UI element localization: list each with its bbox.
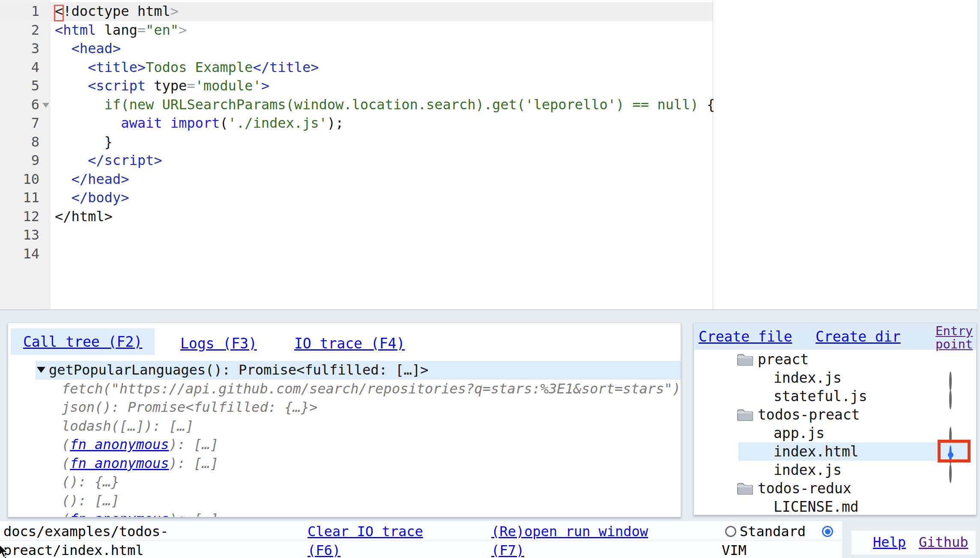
file-row-folder[interactable]: preact xyxy=(694,350,976,369)
code-line: <head> xyxy=(55,39,715,58)
line-number: 1 xyxy=(0,2,39,21)
line-numbers: 1 2 3 4 5 6 7 8 9 10 11 12 13 14 xyxy=(0,2,39,263)
line-number: 6 xyxy=(0,96,39,114)
close-head-tag: </head> xyxy=(72,171,129,187)
line-number: 3 xyxy=(0,39,39,58)
folder-icon xyxy=(737,408,753,421)
current-file-path-line2: preact/index.html xyxy=(3,541,144,558)
code-line: if(new URLSearchParams(window.location.s… xyxy=(55,96,715,114)
reopen-run-window-button[interactable]: (Re)open run window xyxy=(491,522,648,541)
entry-point-link[interactable]: Entry point xyxy=(935,324,973,351)
call-tree-rows: getPopularLanguages(): Promise<fulfilled… xyxy=(8,361,681,517)
folder-icon xyxy=(737,353,753,366)
text-cursor: < xyxy=(55,3,63,19)
leporello-app: 1 2 3 4 5 6 7 8 9 10 11 12 13 14 <!docty… xyxy=(0,0,980,558)
keybinding-standard-radio[interactable] xyxy=(725,526,736,537)
line-number: 12 xyxy=(0,207,39,226)
code-line: <html lang="en"> xyxy=(55,21,715,40)
collapse-arrow-icon[interactable] xyxy=(37,367,45,373)
file-row-folder[interactable]: todos-redux xyxy=(694,479,976,498)
line-number: 7 xyxy=(0,114,39,133)
code-line: </html> xyxy=(55,207,715,226)
line-number: 11 xyxy=(0,189,39,207)
call-tree-row[interactable]: (): {…} xyxy=(8,473,681,492)
create-dir-button[interactable]: Create dir xyxy=(816,328,901,345)
keybinding-vim-label: VIM xyxy=(722,541,747,558)
line-number: 2 xyxy=(0,21,39,40)
call-tree-row[interactable]: (fn anonymous): […] xyxy=(8,454,681,473)
code-line: </head> xyxy=(55,170,715,189)
call-tree-row[interactable]: (): […] xyxy=(8,492,681,510)
current-file-path-line1: docs/examples/todos- xyxy=(3,522,168,541)
tab-io-trace[interactable]: IO trace (F4) xyxy=(294,335,405,352)
code-line: <title>Todos Example</title> xyxy=(55,58,715,77)
file-row[interactable]: index.js xyxy=(694,369,976,387)
mouse-cursor xyxy=(0,543,9,558)
code-line: } xyxy=(55,133,715,152)
fn-anonymous-link[interactable]: fn anonymous xyxy=(70,511,169,517)
line-number: 10 xyxy=(0,170,39,189)
code-editor[interactable]: 1 2 3 4 5 6 7 8 9 10 11 12 13 14 <!docty… xyxy=(0,0,978,310)
file-tree: preact index.js stateful.js todos-preact… xyxy=(694,350,976,515)
tab-call-tree[interactable]: Call tree (F2) xyxy=(11,328,155,355)
folder-icon xyxy=(737,482,753,495)
call-tree-row[interactable]: fetch("https://api.github.com/search/rep… xyxy=(8,380,681,399)
call-tree-row[interactable]: lodash([…]): […] xyxy=(8,417,681,436)
call-tree-row-selected[interactable]: getPopularLanguages(): Promise<fulfilled… xyxy=(36,361,681,380)
line-number: 4 xyxy=(0,58,39,77)
code-line: <!doctype html> xyxy=(55,2,715,21)
create-file-button[interactable]: Create file xyxy=(699,328,792,345)
code-content[interactable]: <!doctype html> <html lang="en"> <head> … xyxy=(55,2,715,263)
fn-anonymous-link[interactable]: fn anonymous xyxy=(70,455,169,471)
entry-point-highlight-box xyxy=(938,440,971,462)
file-row[interactable]: LICENSE.md xyxy=(694,498,976,515)
file-browser-panel: Create file Create dir Entry point preac… xyxy=(693,323,977,515)
keybinding-vim-radio[interactable] xyxy=(822,526,833,537)
fold-arrow-icon[interactable] xyxy=(42,103,49,108)
call-tree-row[interactable]: (fn anonymous): […] xyxy=(8,510,681,517)
file-row[interactable]: index.js xyxy=(694,461,976,479)
file-browser-header: Create file Create dir Entry point xyxy=(694,323,976,350)
clear-io-trace-button[interactable]: Clear IO trace xyxy=(308,522,423,541)
line-number: 5 xyxy=(0,77,39,96)
tab-logs[interactable]: Logs (F3) xyxy=(180,335,257,352)
code-line xyxy=(55,226,715,245)
help-link[interactable]: Help xyxy=(873,533,906,552)
code-line: </script> xyxy=(55,151,715,170)
code-line: </body> xyxy=(55,189,715,207)
file-row[interactable]: stateful.js xyxy=(694,387,976,405)
line-number: 14 xyxy=(0,245,39,264)
line-number: 8 xyxy=(0,133,39,152)
file-row-folder[interactable]: todos-preact xyxy=(694,405,976,424)
github-link[interactable]: Github xyxy=(919,533,968,552)
clear-io-trace-button-key[interactable]: (F6) xyxy=(308,541,341,558)
fn-anonymous-link[interactable]: fn anonymous xyxy=(70,436,169,453)
code-line: <script type='module'> xyxy=(55,77,715,96)
line-number: 9 xyxy=(0,151,39,170)
reopen-run-window-button-key[interactable]: (F7) xyxy=(491,541,524,558)
call-tree-row[interactable]: json(): Promise<fulfilled: {…}> xyxy=(8,398,681,417)
call-tree-row[interactable]: (fn anonymous): […] xyxy=(8,435,681,454)
file-row[interactable]: app.js xyxy=(694,424,976,442)
code-line xyxy=(55,245,715,264)
file-row-selected[interactable]: index.html xyxy=(694,442,976,461)
keybinding-standard-label: Standard xyxy=(740,522,806,541)
line-number: 13 xyxy=(0,226,39,245)
code-line: await import('./index.js'); xyxy=(55,114,715,133)
call-tree-panel: Call tree (F2) Logs (F3) IO trace (F4) g… xyxy=(8,323,681,517)
